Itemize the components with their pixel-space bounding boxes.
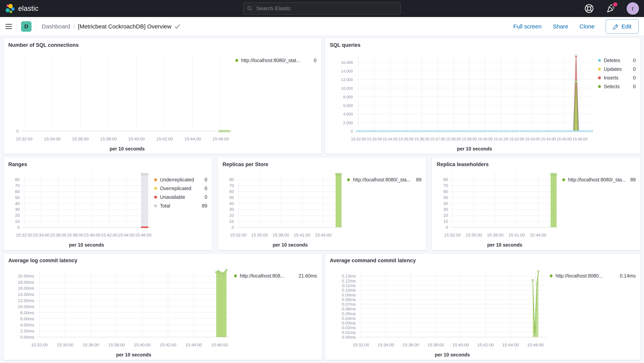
svg-text:15:32:00: 15:32:00 xyxy=(31,342,48,347)
svg-text:6.00ms: 6.00ms xyxy=(20,316,34,321)
legend-dot xyxy=(598,68,601,71)
svg-text:15:34:00: 15:34:00 xyxy=(33,233,50,237)
svg-text:15:46:00: 15:46:00 xyxy=(527,342,544,347)
chart-command-commit-latency[interactable]: 0.00ms0.01ms0.02ms0.03ms0.04ms0.05ms0.06… xyxy=(330,264,550,358)
legend-item[interactable]: Underreplicated0 xyxy=(154,175,207,184)
legend-item[interactable]: http://localhost:8080/_sta...89 xyxy=(562,175,636,184)
edit-button[interactable]: Edit xyxy=(606,19,638,34)
svg-text:15:42:00: 15:42:00 xyxy=(156,137,173,141)
svg-text:30: 30 xyxy=(444,207,448,212)
legend-item[interactable]: http://localhost:8080/_stat...0 xyxy=(235,56,316,65)
breadcrumb-separator: / xyxy=(73,23,75,30)
legend-item[interactable]: Inserts0 xyxy=(598,74,636,82)
legend-item[interactable]: Total89 xyxy=(154,202,207,210)
legend-item[interactable]: http://localhost:808...21.60ms xyxy=(234,271,317,280)
elastic-logo[interactable]: elastic xyxy=(5,4,82,14)
full-screen-button[interactable]: Full screen xyxy=(513,23,542,30)
svg-text:15:39:00: 15:39:00 xyxy=(462,137,477,141)
svg-text:15:46:00: 15:46:00 xyxy=(135,233,152,237)
svg-text:0.02ms: 0.02ms xyxy=(342,325,356,330)
svg-text:70: 70 xyxy=(229,183,234,188)
legend-label: Unavailable xyxy=(160,194,185,200)
legend-item[interactable]: Selects0 xyxy=(598,82,636,91)
svg-text:15:32:00: 15:32:00 xyxy=(16,137,32,141)
svg-text:per 10 seconds: per 10 seconds xyxy=(110,146,145,151)
panel-ranges: Ranges 0102030405060708015:32:0015:34:00… xyxy=(3,157,212,250)
svg-text:10,000: 10,000 xyxy=(341,86,353,91)
svg-text:per 10 seconds: per 10 seconds xyxy=(435,352,470,357)
divider xyxy=(16,21,17,33)
svg-text:60: 60 xyxy=(15,189,20,194)
panel-average-command-commit-latency: Average command commit latency 0.00ms0.0… xyxy=(325,253,641,360)
svg-text:8,000: 8,000 xyxy=(343,95,353,99)
svg-text:15:40:00: 15:40:00 xyxy=(452,342,469,347)
breadcrumb-dashboard[interactable]: Dashboard xyxy=(42,23,70,30)
legend-item[interactable]: http://localhost:8080/_sta...89 xyxy=(347,175,422,184)
svg-text:0: 0 xyxy=(16,129,19,134)
svg-text:0.06ms: 0.06ms xyxy=(342,306,356,311)
svg-text:70: 70 xyxy=(444,183,448,188)
legend-label: Inserts xyxy=(604,75,618,81)
legend-label: Updates xyxy=(604,66,622,72)
svg-text:0.00ms: 0.00ms xyxy=(20,335,34,339)
divider xyxy=(36,21,36,33)
svg-text:15:38:00: 15:38:00 xyxy=(446,137,461,141)
chart-sql-connections[interactable]: 015:32:0015:34:0015:36:0015:38:0015:40:0… xyxy=(8,49,235,152)
whats-new-button[interactable] xyxy=(605,3,616,14)
menu-icon[interactable] xyxy=(6,24,12,30)
user-avatar[interactable]: r xyxy=(626,2,639,15)
clone-button[interactable]: Clone xyxy=(580,23,594,30)
legend-item[interactable]: http://localhost:8080...0.14ms xyxy=(550,271,636,280)
space-badge[interactable]: D xyxy=(21,21,32,32)
svg-text:15:41:00: 15:41:00 xyxy=(508,233,525,237)
legend-item[interactable]: Overreplicated0 xyxy=(154,184,207,193)
panel-title: Replicas per Store xyxy=(222,161,422,168)
svg-text:15:32:00: 15:32:00 xyxy=(444,233,461,237)
svg-text:80: 80 xyxy=(229,177,234,182)
svg-text:2,000: 2,000 xyxy=(343,121,353,125)
svg-text:15:44:00: 15:44:00 xyxy=(541,137,556,141)
svg-text:2.00ms: 2.00ms xyxy=(20,328,34,333)
legend-item[interactable]: Unavailable0 xyxy=(154,193,207,202)
legend-value: 0 xyxy=(630,66,636,72)
search-input[interactable] xyxy=(256,5,397,12)
svg-text:0.00ms: 0.00ms xyxy=(342,335,356,339)
legend: Underreplicated0Overreplicated0Unavailab… xyxy=(154,168,207,248)
legend-item[interactable]: Updates0 xyxy=(598,65,636,74)
legend-value: 0 xyxy=(201,177,207,183)
legend-value: 0 xyxy=(201,194,207,200)
logo-text: elastic xyxy=(18,5,39,13)
svg-text:per 10 seconds: per 10 seconds xyxy=(457,146,492,151)
svg-text:15:42:00: 15:42:00 xyxy=(509,137,524,141)
svg-text:15:40:00: 15:40:00 xyxy=(128,137,145,141)
chart-replica-leaseholders[interactable]: 0102030405060708015:32:0015:35:0015:38:0… xyxy=(437,168,562,248)
chart-log-commit-latency[interactable]: 0.00ms2.00ms4.00ms6.00ms8.00ms10.00ms12.… xyxy=(8,264,234,358)
svg-text:0: 0 xyxy=(232,225,234,230)
legend: http://localhost:8080/_sta...89 xyxy=(562,168,636,248)
svg-text:15:46:00: 15:46:00 xyxy=(211,342,228,347)
dashboard-grid: Number of SQL connections 015:32:0015:34… xyxy=(0,36,644,362)
svg-text:15:46:00: 15:46:00 xyxy=(212,137,229,141)
elastic-logo-icon xyxy=(5,4,15,14)
chart-ranges[interactable]: 0102030405060708015:32:0015:34:0015:36:0… xyxy=(8,168,154,248)
svg-text:15:32:00: 15:32:00 xyxy=(353,342,369,347)
notification-dot xyxy=(613,2,617,7)
global-search[interactable] xyxy=(243,2,401,15)
legend-value: 89 xyxy=(413,177,422,183)
help-button[interactable] xyxy=(583,3,595,14)
svg-text:0.04ms: 0.04ms xyxy=(342,316,356,321)
chart-replicas-per-store[interactable]: 0102030405060708015:32:0015:35:0015:38:0… xyxy=(222,168,347,248)
check-icon[interactable] xyxy=(174,24,180,29)
svg-text:0: 0 xyxy=(18,225,20,230)
edit-button-label: Edit xyxy=(622,23,632,30)
svg-text:0.10ms: 0.10ms xyxy=(342,288,356,293)
share-button[interactable]: Share xyxy=(553,23,568,30)
legend-item[interactable]: Deletes0 xyxy=(598,56,636,65)
svg-text:15:42:00: 15:42:00 xyxy=(101,233,118,237)
panel-title: Average log commit latency xyxy=(8,257,317,264)
nav-bar: D Dashboard / [Metricbeat CockroachDB] O… xyxy=(0,17,644,36)
legend-value: 89 xyxy=(198,203,207,209)
chart-sql-queries[interactable]: 02,0004,0006,0008,00010,00012,00014,0001… xyxy=(330,49,598,152)
svg-text:16.00ms: 16.00ms xyxy=(18,286,34,291)
svg-text:40: 40 xyxy=(444,201,448,206)
